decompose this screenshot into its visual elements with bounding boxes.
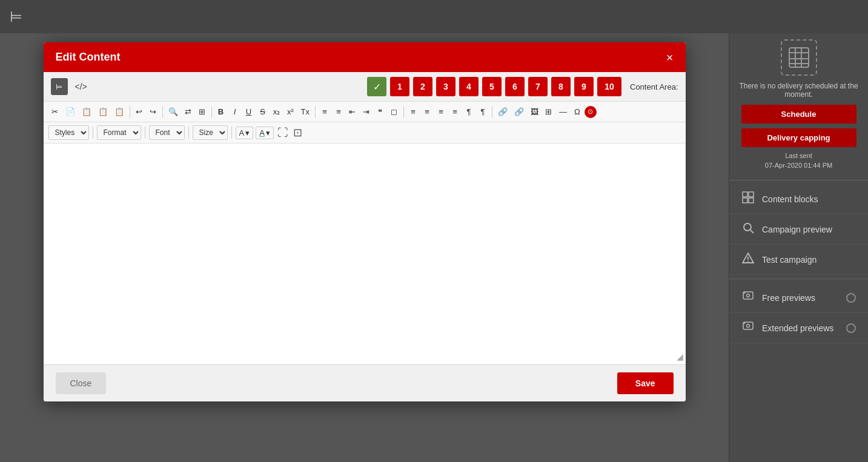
delivery-capping-button[interactable]: Delivery capping bbox=[741, 128, 856, 147]
fmt-sep-5 bbox=[403, 106, 404, 118]
select-all-button[interactable]: ⊞ bbox=[196, 105, 209, 118]
fmt-sep-2 bbox=[162, 106, 163, 118]
svg-point-17 bbox=[744, 292, 745, 293]
bold-button[interactable]: B bbox=[214, 105, 228, 118]
paste-button[interactable]: 📋 bbox=[79, 105, 94, 118]
strikethrough-button[interactable]: S bbox=[256, 105, 270, 118]
ordered-list-button[interactable]: ≡ bbox=[318, 105, 331, 118]
tab-5-button[interactable]: 5 bbox=[482, 77, 502, 96]
campaign-preview-icon bbox=[741, 222, 755, 237]
extended-previews-label: Extended previews bbox=[762, 323, 839, 333]
svg-point-19 bbox=[747, 325, 750, 328]
tab-10-button[interactable]: 10 bbox=[597, 77, 621, 96]
indent-button[interactable]: ⇥ bbox=[360, 105, 373, 118]
modal-title: Edit Content bbox=[56, 51, 121, 64]
special-char-button[interactable]: Ω bbox=[571, 105, 584, 118]
align-right-button[interactable]: ≡ bbox=[434, 105, 448, 118]
style-sep-2 bbox=[145, 127, 145, 139]
italic-button[interactable]: I bbox=[228, 105, 242, 118]
sidebar-top-icon bbox=[781, 39, 817, 76]
modal-toolbar-top: ⊨ </> ✓ 1 2 3 4 5 6 7 8 9 10 Content Are… bbox=[44, 72, 686, 102]
tab-3-button[interactable]: 3 bbox=[436, 77, 456, 96]
sidebar-item-test-campaign[interactable]: Test campaign bbox=[729, 245, 868, 275]
remove-format-button[interactable]: Tx bbox=[298, 105, 313, 118]
sidebar-divider-1 bbox=[729, 180, 868, 180]
tab-2-button[interactable]: 2 bbox=[413, 77, 432, 96]
tab-8-button[interactable]: 8 bbox=[551, 77, 571, 96]
bg-color-chevron: ▾ bbox=[266, 128, 270, 137]
hr-button[interactable]: — bbox=[556, 105, 570, 118]
expand-editor-button[interactable]: ⛶ bbox=[276, 125, 290, 140]
tab-9-button[interactable]: 9 bbox=[574, 77, 594, 96]
blockquote-button[interactable]: ❝ bbox=[374, 105, 387, 118]
last-sent-label: Last sent bbox=[785, 152, 812, 159]
source-btn[interactable]: ⊙ bbox=[585, 106, 597, 118]
unlink-button[interactable]: 🔗 bbox=[511, 105, 527, 118]
unordered-list-button[interactable]: ≡ bbox=[332, 105, 345, 118]
schedule-button[interactable]: Schedule bbox=[741, 105, 856, 124]
underline-button[interactable]: U bbox=[242, 105, 256, 118]
save-button[interactable]: Save bbox=[617, 372, 674, 394]
link-button[interactable]: 🔗 bbox=[495, 105, 511, 118]
undo-button[interactable]: ↩ bbox=[133, 105, 146, 118]
align-left-button[interactable]: ≡ bbox=[406, 105, 420, 118]
sidebar-item-content-blocks[interactable]: Content blocks bbox=[729, 184, 868, 214]
align-center-button[interactable]: ≡ bbox=[420, 105, 434, 118]
tab-6-button[interactable]: 6 bbox=[505, 77, 525, 96]
free-previews-icon bbox=[741, 290, 755, 305]
modal-footer: Close Save bbox=[44, 365, 686, 401]
free-previews-status-circle bbox=[846, 293, 856, 303]
tab-1-button[interactable]: 1 bbox=[390, 77, 409, 96]
test-campaign-icon bbox=[741, 252, 755, 267]
svg-line-11 bbox=[750, 230, 754, 233]
fmt-sep-1 bbox=[130, 106, 130, 118]
replace-button[interactable]: ⇄ bbox=[182, 105, 195, 118]
content-blocks-label: Content blocks bbox=[762, 194, 856, 204]
tab-check-button[interactable]: ✓ bbox=[367, 77, 386, 96]
font-select[interactable]: Font bbox=[149, 125, 185, 140]
table-button[interactable]: ⊞ bbox=[542, 105, 555, 118]
tab-4-button[interactable]: 4 bbox=[459, 77, 479, 96]
svg-point-20 bbox=[744, 322, 745, 323]
editor-resize-handle[interactable]: ◢ bbox=[677, 352, 683, 361]
align-justify-button[interactable]: ≡ bbox=[448, 105, 462, 118]
superscript-button[interactable]: x² bbox=[284, 105, 297, 118]
edit-content-modal: Edit Content × ⊨ </> ✓ 1 2 3 4 5 6 7 8 bbox=[44, 42, 686, 401]
tab-7-button[interactable]: 7 bbox=[528, 77, 548, 96]
sidebar-item-extended-previews[interactable]: Extended previews bbox=[729, 313, 868, 343]
maximize-editor-button[interactable]: ⊡ bbox=[292, 125, 303, 140]
sidebar-item-free-previews[interactable]: Free previews bbox=[729, 283, 868, 313]
div-container-button[interactable]: ◻ bbox=[388, 105, 401, 118]
subscript-button[interactable]: x₂ bbox=[270, 105, 283, 118]
paste-word-button[interactable]: 📋 bbox=[111, 105, 127, 118]
paste-text-button[interactable]: 📋 bbox=[95, 105, 111, 118]
find-button[interactable]: 🔍 bbox=[165, 105, 181, 118]
cut-button[interactable]: ✂ bbox=[48, 105, 62, 118]
bidi-rtl-button[interactable]: ¶ bbox=[476, 105, 489, 118]
toolbar-template-icon-button[interactable]: ⊨ bbox=[51, 78, 68, 95]
close-button[interactable]: Close bbox=[56, 372, 107, 394]
size-select[interactable]: Size bbox=[193, 125, 228, 140]
modal-toolbar-styles: Styles Format Font Size bbox=[44, 122, 686, 144]
modal-toolbar-format: ✂ 📄 📋 📋 📋 ↩ ↪ 🔍 ⇄ ⊞ B I U S bbox=[44, 102, 686, 122]
sidebar-divider-2 bbox=[729, 279, 868, 279]
toolbar-code-button[interactable]: </> bbox=[71, 81, 91, 93]
campaign-preview-label: Campaign preview bbox=[762, 225, 856, 234]
image-button[interactable]: 🖼 bbox=[528, 105, 542, 118]
test-campaign-label: Test campaign bbox=[762, 255, 856, 265]
bg-color-a-label: A bbox=[259, 128, 265, 137]
format-select[interactable]: Format bbox=[97, 125, 141, 140]
redo-button[interactable]: ↪ bbox=[147, 105, 160, 118]
copy-button[interactable]: 📄 bbox=[62, 105, 78, 118]
modal-overlay: Edit Content × ⊨ </> ✓ 1 2 3 4 5 6 7 8 bbox=[0, 33, 729, 462]
bidi-ltr-button[interactable]: ¶ bbox=[462, 105, 475, 118]
styles-select[interactable]: Styles bbox=[48, 125, 89, 140]
editor-textarea[interactable] bbox=[50, 150, 680, 355]
sidebar-item-campaign-preview[interactable]: Campaign preview bbox=[729, 214, 868, 245]
font-color-button[interactable]: A ▾ bbox=[236, 127, 254, 139]
modal-area: Edit Content × ⊨ </> ✓ 1 2 3 4 5 6 7 8 bbox=[0, 33, 729, 462]
bg-color-button[interactable]: A ▾ bbox=[256, 127, 274, 139]
outdent-button[interactable]: ⇤ bbox=[346, 105, 359, 118]
content-blocks-icon bbox=[741, 191, 755, 206]
modal-close-x-button[interactable]: × bbox=[666, 51, 674, 64]
